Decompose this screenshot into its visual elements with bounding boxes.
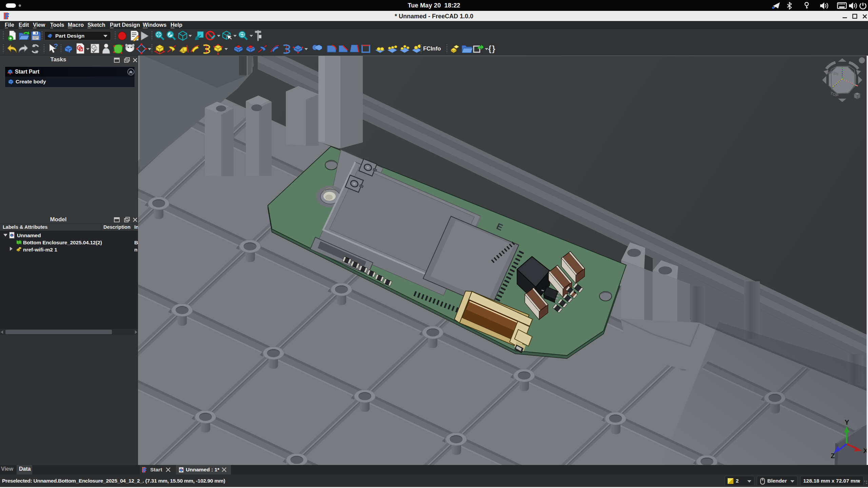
svg-text:Z: Z — [831, 452, 835, 460]
svg-text:Y: Y — [845, 419, 849, 426]
